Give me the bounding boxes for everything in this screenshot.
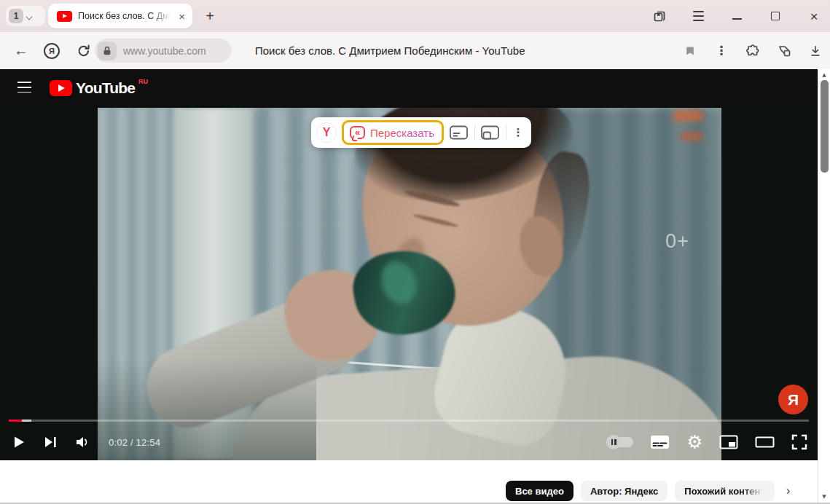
page-actions-kebab-icon[interactable]: ⋮ — [714, 44, 729, 58]
tab-title: Поиск без слов. С Дми — [78, 11, 173, 21]
chip-all-videos[interactable]: Все видео — [506, 481, 573, 501]
scrollbar-thumb[interactable] — [821, 80, 829, 173]
volume-icon[interactable] — [75, 435, 91, 449]
retell-button[interactable]: « Пересказать — [342, 120, 444, 145]
chevron-down-icon — [26, 14, 34, 18]
page-title: Поиск без слов. С Дмитрием Побединским -… — [255, 32, 525, 69]
extensions-puzzle-icon[interactable] — [745, 44, 760, 58]
back-icon[interactable]: ← — [12, 32, 31, 69]
quote-bubble-icon: « — [350, 126, 365, 139]
video-frame[interactable] — [98, 108, 721, 460]
youtube-favicon-icon — [57, 11, 72, 22]
subtitles-button[interactable] — [650, 435, 670, 449]
browser-window: 1 Поиск без слов. С Дми × + × ← Я — [0, 0, 830, 504]
maximize-button[interactable] — [768, 9, 783, 23]
age-rating-badge: 0+ — [665, 230, 689, 253]
yandex-browser-logo-icon[interactable]: Y — [316, 122, 337, 143]
toolbar-kebab-icon[interactable]: ⋮ — [512, 126, 525, 139]
player-controls: 0:02 / 12:54 ⚙ — [0, 425, 818, 459]
yandex-watermark-badge[interactable]: Я — [778, 385, 808, 414]
play-button[interactable] — [12, 435, 26, 449]
downloads-icon[interactable] — [808, 44, 823, 58]
chip-author[interactable]: Автор: Яндекс — [581, 481, 667, 501]
pause-icon — [606, 435, 621, 449]
time-display: 0:02 / 12:54 — [109, 437, 160, 448]
video-player: 0+ Y « Пересказать ⋮ Я — [0, 108, 830, 460]
address-bar: ← Я www.youtube.com Поиск без слов. С Дм… — [0, 32, 830, 69]
page-scrollbar[interactable]: ▲ ▼ — [818, 69, 830, 504]
guide-menu-icon[interactable] — [17, 82, 31, 92]
chip-similar-content[interactable]: Похожий контент — [675, 481, 774, 501]
youtube-play-icon — [50, 80, 72, 96]
address-bar-actions: ⋮ — [683, 32, 823, 69]
minimize-button[interactable] — [729, 9, 744, 23]
next-button[interactable] — [44, 436, 58, 449]
played-bar — [9, 420, 22, 422]
bookmark-icon[interactable] — [683, 44, 697, 58]
browser-menu-icon[interactable] — [691, 9, 705, 23]
seek-bar[interactable] — [9, 420, 809, 422]
youtube-header: YouTube RU ⋮ Войти — [0, 69, 830, 108]
close-window-button[interactable]: × — [807, 9, 821, 23]
tab-panels-icon[interactable] — [652, 9, 667, 23]
autoplay-toggle[interactable] — [608, 437, 633, 447]
youtube-logo[interactable]: YouTube RU — [50, 79, 148, 98]
retell-label: Пересказать — [370, 127, 434, 139]
related-chips-strip: Все видео Автор: Яндекс Похожий контент … — [0, 460, 830, 504]
youtube-region-badge: RU — [138, 78, 148, 85]
yandex-home-icon[interactable]: Я — [42, 32, 61, 69]
refresh-icon[interactable] — [74, 32, 93, 69]
fullscreen-button[interactable] — [791, 434, 807, 450]
miniplayer-button[interactable] — [719, 435, 738, 449]
toolbar-pip-icon[interactable] — [480, 122, 501, 143]
chip-row: Все видео Автор: Яндекс Похожий контент … — [506, 481, 790, 501]
collections-icon[interactable] — [777, 44, 791, 58]
url-field[interactable]: www.youtube.com — [95, 39, 232, 63]
tab-bar: 1 Поиск без слов. С Дми × + × — [0, 0, 830, 32]
scroll-up-icon[interactable]: ▲ — [818, 72, 830, 78]
tab-count-badge: 1 — [9, 9, 23, 23]
lock-icon[interactable] — [98, 42, 117, 60]
window-controls: × — [652, 0, 821, 32]
theater-mode-button[interactable] — [755, 435, 775, 449]
url-text: www.youtube.com — [123, 45, 206, 57]
scroll-down-icon[interactable]: ▼ — [818, 494, 830, 500]
chips-more-chevron-icon[interactable]: › — [786, 484, 791, 498]
tab-close-icon[interactable]: × — [179, 11, 185, 22]
tab-group-selector[interactable]: 1 — [6, 6, 45, 26]
yandex-video-toolbar: Y « Пересказать ⋮ — [311, 117, 531, 148]
toolbar-subtitles-icon[interactable] — [449, 122, 469, 143]
new-tab-button[interactable]: + — [200, 6, 220, 26]
tab-active[interactable]: Поиск без слов. С Дми × — [48, 4, 192, 28]
settings-gear-icon[interactable]: ⚙ — [686, 433, 702, 451]
